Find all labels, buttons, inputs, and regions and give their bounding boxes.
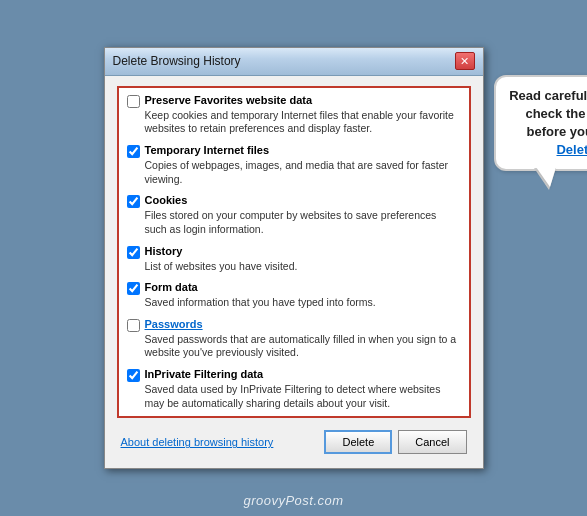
checkbox-history[interactable] — [127, 246, 140, 259]
list-item: Form dataSaved information that you have… — [127, 281, 461, 310]
list-item: InPrivate Filtering dataSaved data used … — [127, 368, 461, 410]
list-item: Temporary Internet filesCopies of webpag… — [127, 144, 461, 186]
list-item: CookiesFiles stored on your computer by … — [127, 194, 461, 236]
list-item: HistoryList of websites you have visited… — [127, 245, 461, 274]
list-item: PasswordsSaved passwords that are automa… — [127, 318, 461, 360]
checkbox-temp_files[interactable] — [127, 145, 140, 158]
bubble-text: Read carefully as you check the boxes be… — [509, 88, 587, 158]
checkbox-cookies[interactable] — [127, 195, 140, 208]
close-button[interactable]: ✕ — [455, 52, 475, 70]
cancel-button[interactable]: Cancel — [398, 430, 466, 454]
item-label-form_data: Form data — [145, 281, 198, 293]
checkbox-inprivate[interactable] — [127, 369, 140, 382]
item-desc-temp_files: Copies of webpages, images, and media th… — [145, 159, 461, 186]
item-header: InPrivate Filtering data — [127, 368, 461, 382]
options-area: Preserve Favorites website dataKeep cook… — [117, 86, 471, 419]
bubble-delete-link: Delete — [556, 142, 587, 157]
item-desc-favorites: Keep cookies and temporary Internet file… — [145, 109, 461, 136]
item-label-temp_files: Temporary Internet files — [145, 144, 270, 156]
checkbox-favorites[interactable] — [127, 95, 140, 108]
dialog-window: Delete Browsing History ✕ Preserve Favor… — [104, 47, 484, 470]
dialog-footer: About deleting browsing history Delete C… — [117, 426, 471, 460]
about-link[interactable]: About deleting browsing history — [121, 436, 274, 448]
item-desc-history: List of websites you have visited. — [145, 260, 461, 274]
item-header: Form data — [127, 281, 461, 295]
item-label-inprivate: InPrivate Filtering data — [145, 368, 264, 380]
item-header: Preserve Favorites website data — [127, 94, 461, 108]
speech-bubble: Read carefully as you check the boxes be… — [494, 75, 588, 172]
button-group: Delete Cancel — [324, 430, 466, 454]
item-label-history: History — [145, 245, 183, 257]
item-label-cookies: Cookies — [145, 194, 188, 206]
item-header: Temporary Internet files — [127, 144, 461, 158]
item-desc-form_data: Saved information that you have typed in… — [145, 296, 461, 310]
item-label-favorites: Preserve Favorites website data — [145, 94, 313, 106]
checkbox-form_data[interactable] — [127, 282, 140, 295]
item-desc-cookies: Files stored on your computer by website… — [145, 209, 461, 236]
watermark: groovyPost.com — [243, 493, 343, 508]
dialog-content: Preserve Favorites website dataKeep cook… — [105, 76, 483, 469]
window-title: Delete Browsing History — [113, 54, 241, 68]
item-header: Passwords — [127, 318, 461, 332]
item-desc-inprivate: Saved data used by InPrivate Filtering t… — [145, 383, 461, 410]
item-header: History — [127, 245, 461, 259]
delete-button[interactable]: Delete — [324, 430, 392, 454]
item-label-passwords: Passwords — [145, 318, 203, 330]
item-header: Cookies — [127, 194, 461, 208]
list-item: Preserve Favorites website dataKeep cook… — [127, 94, 461, 136]
checkbox-passwords[interactable] — [127, 319, 140, 332]
item-desc-passwords: Saved passwords that are automatically f… — [145, 333, 461, 360]
titlebar: Delete Browsing History ✕ — [105, 48, 483, 76]
